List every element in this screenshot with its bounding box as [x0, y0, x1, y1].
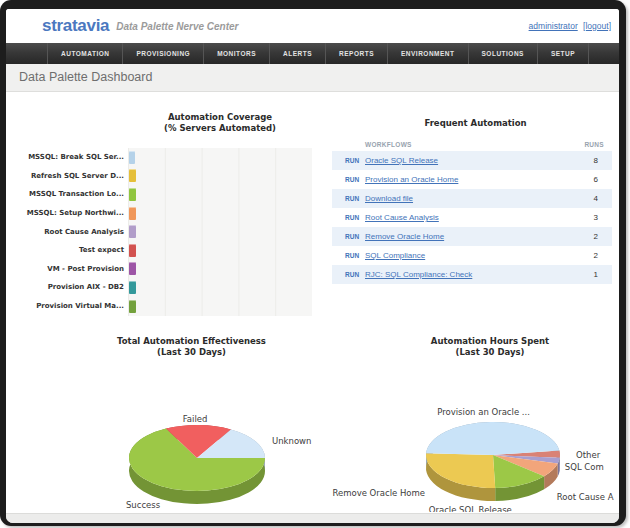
window-frame: stratavia Data Palette Nerve Center admi…: [0, 0, 626, 526]
bar-label: Test expect: [6, 246, 128, 254]
bar-row: VM - Post Provision: [6, 260, 324, 279]
brand-tagline: Data Palette Nerve Center: [116, 21, 238, 32]
bar-row: MSSQL: Break SQL Ser...: [6, 148, 324, 167]
runs-count: 3: [568, 213, 612, 222]
chart-title: Automation Coverage: [128, 112, 312, 123]
runs-count: 2: [568, 251, 612, 260]
table-row: RUNProvision an Oracle Home6: [332, 170, 612, 189]
bar-row: MSSQL Transaction Lo...: [6, 185, 324, 204]
page-title: Data Palette Dashboard: [6, 64, 619, 92]
chart-title: Automation Hours Spent: [361, 336, 619, 347]
run-button[interactable]: RUN: [332, 176, 365, 183]
bar-label: Provision AIX - DB2: [6, 283, 128, 291]
workflow-link[interactable]: SQL Compliance: [365, 251, 568, 260]
bar-row: Test expect: [6, 241, 324, 260]
pie-label-oracle-sql-release: Oracle SQL Release: [429, 505, 512, 512]
user-area: administrator [logout]: [526, 21, 611, 31]
run-button[interactable]: RUN: [332, 214, 365, 221]
hours-spent-chart: Automation Hours Spent (Last 30 Days) Ot…: [321, 328, 619, 512]
run-button[interactable]: RUN: [332, 233, 365, 240]
bar-row: Root Cause Analysis: [6, 222, 324, 241]
chart-subtitle: (Last 30 Days): [361, 347, 619, 358]
chart-title-block: Total Automation Effectiveness (Last 30 …: [62, 336, 321, 358]
bar-provision-aix-db2: [129, 281, 136, 294]
table-header-row: WORKFLOWS RUNS: [332, 137, 612, 151]
run-button[interactable]: RUN: [332, 252, 365, 259]
automation-coverage-chart: Automation Coverage (% Servers Automated…: [6, 92, 324, 328]
bar-test-expect: [129, 244, 136, 257]
workflow-link[interactable]: Remove Oracle Home: [365, 232, 568, 241]
workflow-link[interactable]: Oracle SQL Release: [365, 156, 568, 165]
nav-item-automation[interactable]: AUTOMATION: [47, 43, 123, 64]
workflow-link[interactable]: Provision an Oracle Home: [365, 175, 568, 184]
table-row: RUNDownload file4: [332, 189, 612, 208]
bar-refresh-sql-server-d: [129, 169, 136, 182]
chart-title: Total Automation Effectiveness: [62, 336, 321, 347]
bar-mssql-setup-northwi: [129, 207, 136, 220]
effectiveness-pie: SuccessFailedUnknown: [6, 360, 321, 512]
brand-logo: stratavia: [42, 16, 109, 36]
frequent-automation-table: WORKFLOWS RUNS RUNOracle SQL Release8RUN…: [332, 137, 612, 284]
bar-label: MSSQL: Setup Northwi...: [6, 209, 128, 217]
pie-label-root-cause-a: Root Cause A: [557, 492, 614, 502]
table-row: RUNOracle SQL Release8: [332, 151, 612, 170]
chart-title-block: Automation Coverage (% Servers Automated…: [128, 112, 312, 134]
pie-label-unknown: Unknown: [272, 436, 311, 446]
hours-spent-pie: OtherSQL ComRoot Cause AOracle SQL Relea…: [321, 360, 619, 512]
nav-item-solutions[interactable]: SOLUTIONS: [469, 43, 538, 64]
table-row: RUNSQL Compliance2: [332, 246, 612, 265]
runs-count: 1: [568, 270, 612, 279]
bar-label: MSSQL Transaction Lo...: [6, 190, 128, 198]
logout-link[interactable]: [logout]: [583, 21, 611, 31]
table-title: Frequent Automation: [332, 118, 619, 129]
chart-subtitle: (Last 30 Days): [62, 347, 321, 358]
runs-count: 4: [568, 194, 612, 203]
run-button[interactable]: RUN: [332, 271, 365, 278]
bar-label: Provision Virtual Ma...: [6, 302, 128, 310]
table-row: RUNRJC: SQL Compliance: Check1: [332, 265, 612, 284]
pie-label-failed: Failed: [183, 414, 208, 424]
nav-item-monitors[interactable]: MONITORS: [204, 43, 270, 64]
bar-mssql-break-sql-ser: [129, 151, 135, 164]
runs-count: 8: [568, 156, 612, 165]
bar-label: Refresh SQL Server D...: [6, 172, 128, 180]
run-button[interactable]: RUN: [332, 195, 365, 202]
main-nav: AUTOMATIONPROVISIONINGMONITORSALERTSREPO…: [6, 43, 619, 64]
pie-label-provision-an-oracle: Provision an Oracle ...: [437, 407, 530, 417]
bar-label: MSSQL: Break SQL Ser...: [6, 153, 128, 161]
runs-count: 2: [568, 232, 612, 241]
pie-slice-provision-an-oracle: [426, 422, 559, 455]
runs-count: 6: [568, 175, 612, 184]
nav-item-reports[interactable]: REPORTS: [326, 43, 388, 64]
column-header-workflows: WORKFLOWS: [365, 141, 568, 148]
frequent-automation-panel: Frequent Automation WORKFLOWS RUNS RUNOr…: [332, 92, 619, 328]
bar-chart: MSSQL: Break SQL Ser...Refresh SQL Serve…: [6, 148, 324, 316]
effectiveness-chart: Total Automation Effectiveness (Last 30 …: [6, 328, 321, 512]
bar-row: Refresh SQL Server D...: [6, 167, 324, 186]
run-button[interactable]: RUN: [332, 157, 365, 164]
bar-row: MSSQL: Setup Northwi...: [6, 204, 324, 223]
dashboard-content: Automation Coverage (% Servers Automated…: [6, 92, 619, 513]
pie-label-sql-com: SQL Com: [565, 462, 604, 472]
workflow-link[interactable]: Root Cause Analysis: [365, 213, 568, 222]
window-footer: [6, 513, 619, 523]
user-link[interactable]: administrator: [529, 21, 578, 31]
nav-item-alerts[interactable]: ALERTS: [270, 43, 326, 64]
nav-item-setup[interactable]: SETUP: [538, 43, 589, 64]
bar-mssql-transaction-lo: [129, 188, 136, 201]
chart-title-block: Automation Hours Spent (Last 30 Days): [361, 336, 619, 358]
chart-subtitle: (% Servers Automated): [128, 123, 312, 134]
nav-item-provisioning[interactable]: PROVISIONING: [123, 43, 204, 64]
app-header: stratavia Data Palette Nerve Center admi…: [6, 9, 619, 43]
workflow-link[interactable]: RJC: SQL Compliance: Check: [365, 270, 568, 279]
bar-vm-post-provision: [129, 262, 136, 275]
table-row: RUNRoot Cause Analysis3: [332, 208, 612, 227]
workflow-link[interactable]: Download file: [365, 194, 568, 203]
nav-item-environment[interactable]: ENVIRONMENT: [388, 43, 469, 64]
pie-label-success: Success: [126, 500, 161, 510]
app-window: stratavia Data Palette Nerve Center admi…: [6, 9, 619, 523]
column-header-runs: RUNS: [568, 141, 612, 148]
table-row: RUNRemove Oracle Home2: [332, 227, 612, 246]
bar-row: Provision AIX - DB2: [6, 278, 324, 297]
bar-provision-virtual-ma: [129, 300, 136, 313]
